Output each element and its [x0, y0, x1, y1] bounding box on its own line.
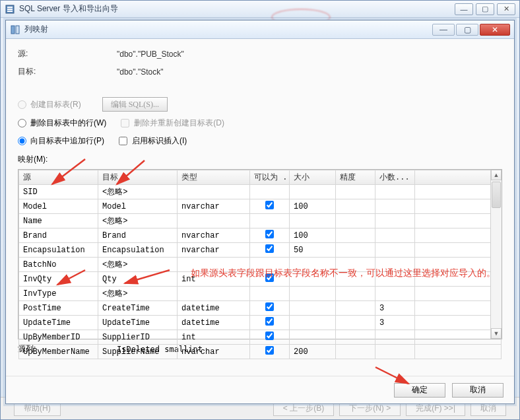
col-header-size[interactable]: 大小 — [290, 170, 336, 185]
table-cell[interactable]: CreateTime — [98, 301, 178, 316]
table-cell[interactable] — [415, 287, 502, 301]
table-cell[interactable]: 100 — [290, 199, 336, 214]
table-cell[interactable]: 3 — [375, 316, 415, 330]
table-cell[interactable] — [415, 185, 502, 199]
wizard-close-button[interactable]: ✕ — [497, 3, 515, 15]
table-row[interactable]: UpByMemberIDSupplierIDint — [19, 330, 502, 345]
col-header-nullable[interactable]: 可以为 ... — [250, 170, 290, 185]
col-header-scale[interactable]: 小数... — [375, 170, 415, 185]
scroll-track[interactable] — [491, 180, 502, 328]
table-cell[interactable] — [178, 287, 250, 301]
dialog-close-button[interactable]: ✕ — [480, 24, 510, 36]
radio-append-rows[interactable] — [18, 137, 26, 145]
ok-button[interactable]: 确定 — [394, 383, 445, 398]
table-cell[interactable]: <忽略> — [98, 258, 178, 272]
table-cell[interactable]: datetime — [178, 301, 250, 316]
nullable-checkbox[interactable] — [265, 201, 274, 209]
table-cell[interactable] — [415, 316, 502, 330]
table-row[interactable]: UpdateTimeUpdateTimedatetime3 — [19, 316, 502, 330]
table-cell[interactable] — [178, 214, 250, 228]
table-cell-nullable[interactable] — [250, 214, 290, 228]
col-header-source[interactable]: 源 — [19, 170, 98, 185]
table-cell[interactable]: Brand — [98, 228, 178, 243]
table-cell[interactable] — [375, 345, 415, 359]
mappings-table[interactable]: 源 目标 类型 可以为 ... 大小 精度 小数... SID<忽略>Model… — [18, 170, 502, 359]
table-cell[interactable] — [178, 185, 250, 199]
table-cell-nullable[interactable] — [250, 301, 290, 316]
dialog-minimize-button[interactable]: — — [432, 24, 455, 36]
table-row[interactable]: PostTimeCreateTimedatetime3 — [19, 301, 502, 316]
table-cell[interactable]: nvarchar — [178, 243, 250, 258]
dialog-maximize-button[interactable]: ▢ — [456, 24, 478, 36]
cancel-button[interactable]: 取消 — [452, 383, 504, 398]
table-cell[interactable] — [375, 199, 415, 214]
table-cell-nullable[interactable] — [250, 199, 290, 214]
wizard-minimize-button[interactable]: — — [455, 3, 473, 15]
table-cell[interactable]: SupplierName — [98, 345, 178, 359]
table-cell[interactable]: SupplierID — [98, 330, 178, 345]
scroll-down-button[interactable]: ▼ — [491, 328, 502, 339]
table-cell[interactable]: InvType — [19, 287, 98, 301]
checkbox-identity-insert[interactable] — [119, 137, 127, 145]
table-cell[interactable]: UpByMemberName — [19, 345, 98, 359]
scroll-up-button[interactable]: ▲ — [491, 170, 502, 180]
table-cell-nullable[interactable] — [250, 345, 290, 359]
table-cell[interactable] — [336, 185, 375, 199]
table-cell[interactable]: SID — [19, 185, 98, 199]
table-cell[interactable]: nvarchar — [178, 345, 250, 359]
nullable-checkbox[interactable] — [265, 230, 274, 238]
table-cell[interactable]: nvarchar — [178, 228, 250, 243]
table-cell[interactable]: InvQty — [19, 272, 98, 287]
table-cell[interactable] — [415, 330, 502, 345]
table-row[interactable]: EncapsulationEncapsulationnvarchar50 — [19, 243, 502, 258]
col-header-type[interactable]: 类型 — [178, 170, 250, 185]
table-cell[interactable] — [290, 301, 336, 316]
table-cell[interactable]: Encapsulation — [19, 243, 98, 258]
table-cell[interactable]: nvarchar — [178, 199, 250, 214]
table-cell[interactable] — [375, 287, 415, 301]
table-cell[interactable] — [375, 185, 415, 199]
table-row[interactable]: InvType<忽略> — [19, 287, 502, 301]
col-header-precision[interactable]: 精度 — [336, 170, 375, 185]
table-cell[interactable]: UpByMemberID — [19, 330, 98, 345]
table-cell[interactable]: 3 — [375, 301, 415, 316]
table-cell-nullable[interactable] — [250, 243, 290, 258]
table-cell[interactable] — [336, 199, 375, 214]
table-cell[interactable]: <忽略> — [98, 185, 178, 199]
table-cell[interactable]: <忽略> — [98, 287, 178, 301]
table-cell[interactable] — [336, 316, 375, 330]
nullable-checkbox[interactable] — [265, 317, 274, 326]
table-cell[interactable] — [336, 330, 375, 345]
table-cell[interactable]: int — [178, 330, 250, 345]
table-cell-nullable[interactable] — [250, 185, 290, 199]
wizard-maximize-button[interactable]: ▢ — [476, 3, 494, 15]
edit-sql-button[interactable]: 编辑 SQL(S)... — [102, 97, 168, 112]
table-cell[interactable] — [375, 214, 415, 228]
table-cell-nullable[interactable] — [250, 316, 290, 330]
table-cell[interactable] — [290, 316, 336, 330]
table-cell[interactable]: Qty — [98, 272, 178, 287]
nullable-checkbox[interactable] — [265, 302, 274, 311]
table-cell[interactable]: BatchNo — [19, 258, 98, 272]
table-cell[interactable] — [415, 301, 502, 316]
table-row[interactable]: Name<忽略> — [19, 214, 502, 228]
table-cell[interactable] — [415, 214, 502, 228]
table-scrollbar[interactable]: ▲ ▼ — [490, 170, 502, 339]
table-cell[interactable]: PostTime — [19, 301, 98, 316]
table-cell-nullable[interactable] — [250, 287, 290, 301]
table-cell[interactable]: Name — [19, 214, 98, 228]
col-header-destination[interactable]: 目标 — [98, 170, 178, 185]
table-cell[interactable]: Brand — [19, 228, 98, 243]
table-cell[interactable] — [375, 330, 415, 345]
table-cell[interactable] — [415, 243, 502, 258]
table-cell[interactable] — [415, 345, 502, 359]
table-cell[interactable]: Model — [19, 199, 98, 214]
table-cell[interactable] — [336, 287, 375, 301]
table-cell[interactable]: 200 — [290, 345, 336, 359]
table-cell-nullable[interactable] — [250, 228, 290, 243]
table-cell[interactable]: UpdateTime — [19, 316, 98, 330]
table-cell[interactable]: 100 — [290, 228, 336, 243]
table-cell[interactable]: 50 — [290, 243, 336, 258]
table-cell[interactable] — [336, 243, 375, 258]
table-cell[interactable]: Encapsulation — [98, 243, 178, 258]
